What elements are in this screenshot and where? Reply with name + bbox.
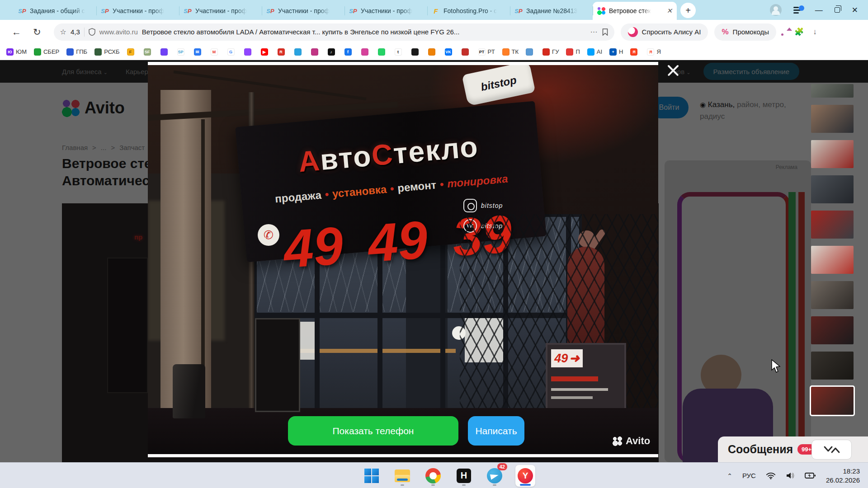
photo-thumbnail[interactable] xyxy=(811,84,854,98)
h-app-button[interactable]: H xyxy=(454,465,474,487)
clock[interactable]: 18:23 26.02.2026 xyxy=(826,467,860,485)
security-shield-icon[interactable] xyxy=(89,28,95,36)
storefront-photo[interactable]: АвтоСтекло продажа•установка•ремонт•тони… xyxy=(148,65,658,454)
bookmark-item[interactable] xyxy=(361,48,371,56)
start-button[interactable] xyxy=(362,465,382,487)
promo-label: Промокоды xyxy=(733,28,769,36)
bookmark-item[interactable] xyxy=(160,48,170,56)
bookmark-item[interactable]: R xyxy=(278,48,287,56)
tab-close-icon[interactable]: ✕ xyxy=(666,7,672,15)
promo-button[interactable]: % Промокоды xyxy=(714,23,776,41)
percent-icon: % xyxy=(722,28,728,37)
yandex-browser-button[interactable]: Y xyxy=(515,465,535,487)
bookmark-item[interactable] xyxy=(428,48,438,56)
reload-button[interactable]: ↻ xyxy=(33,27,41,38)
messages-panel[interactable]: Сообщения 99+ xyxy=(718,436,868,462)
bookmark-item[interactable]: ♪ xyxy=(328,48,337,56)
photo-thumbnail[interactable] xyxy=(811,352,854,380)
restore-button[interactable] xyxy=(835,7,840,13)
photo-thumbnail[interactable] xyxy=(811,140,854,168)
bookmark-item[interactable]: G xyxy=(227,48,237,56)
tab-label: Участники - проф xyxy=(361,7,412,14)
tab-label: Задание №28413 xyxy=(526,7,577,14)
bookmark-item[interactable] xyxy=(244,48,254,56)
browser-tab[interactable]: Задание №28413 xyxy=(510,2,593,20)
browser-tab[interactable]: Участники - проф xyxy=(344,2,427,20)
bookmark-item[interactable]: ✉ xyxy=(194,48,203,56)
bookmark-item[interactable]: f xyxy=(344,48,354,56)
address-bar[interactable]: ☆ 4,3 www.avito.ru Ветровое стекло автом… xyxy=(54,23,614,41)
volume-icon[interactable] xyxy=(786,472,795,479)
browser-tab[interactable]: Участники - проф xyxy=(262,2,344,20)
file-explorer-button[interactable] xyxy=(392,465,412,487)
profile-icon[interactable] xyxy=(770,4,782,16)
site-rating: 4,3 xyxy=(71,28,80,36)
browser-tab[interactable]: Участники - проф xyxy=(179,2,262,20)
photo-thumbnail[interactable] xyxy=(811,105,854,133)
show-phone-button[interactable]: Показать телефон xyxy=(288,416,458,446)
browser-menu-icon[interactable] xyxy=(793,6,803,14)
bookmark-item[interactable]: VK xyxy=(445,48,454,56)
downloads-icon[interactable]: ↓ xyxy=(813,28,817,37)
telegram-button[interactable]: 42 xyxy=(485,465,505,487)
language-indicator[interactable]: РУС xyxy=(742,472,756,479)
photo-thumbnail[interactable] xyxy=(811,211,854,239)
photo-thumbnail[interactable] xyxy=(811,246,854,274)
bookmark-item[interactable]: AI xyxy=(587,48,602,56)
bookmark-label: П xyxy=(576,48,580,55)
photo-thumbnail[interactable] xyxy=(811,387,854,415)
bookmark-favicon-icon: SF xyxy=(144,48,151,56)
star-rating-icon[interactable]: ☆ xyxy=(60,28,66,36)
bookmark-item[interactable]: ГПБ xyxy=(66,48,87,56)
modal-close-icon[interactable] xyxy=(666,64,680,77)
tray-expand-icon[interactable]: ⌃ xyxy=(727,472,732,479)
bookmark-item[interactable] xyxy=(311,48,321,56)
bookmark-item[interactable]: П xyxy=(566,48,580,56)
chrome-button[interactable] xyxy=(423,465,443,487)
bookmark-item[interactable]: F xyxy=(127,48,137,56)
bookmark-item[interactable]: Я Я xyxy=(647,48,660,56)
bookmark-item[interactable] xyxy=(462,48,471,56)
folder-icon xyxy=(395,469,410,482)
browser-tab[interactable]: Участники - проф xyxy=(96,2,179,20)
bookmark-favicon-icon: F xyxy=(127,48,134,56)
bookmark-item[interactable] xyxy=(411,48,421,56)
bookmark-item[interactable]: ▶ xyxy=(261,48,270,56)
extensions-puzzle-icon[interactable]: 🧩 xyxy=(794,27,804,37)
new-tab-button[interactable]: + xyxy=(680,3,696,18)
battery-charging-icon[interactable] xyxy=(805,472,816,479)
photo-thumbnail[interactable] xyxy=(811,281,854,309)
bookmark-item[interactable] xyxy=(378,48,387,56)
minimize-button[interactable]: — xyxy=(815,6,823,14)
bookmark-favicon-icon: РТ xyxy=(478,48,486,56)
bookmark-item[interactable]: ТК xyxy=(502,48,519,56)
browser-toolbar: ← ↻ ☆ 4,3 www.avito.ru Ветровое стекло а… xyxy=(0,20,868,44)
bookmark-item[interactable] xyxy=(526,48,535,56)
alice-button[interactable]: Спросить Алису AI xyxy=(621,23,708,41)
browser-tab[interactable]: Задания - общий с xyxy=(14,2,96,20)
write-message-button[interactable]: Написать xyxy=(468,416,524,446)
bookmark-item[interactable]: Я xyxy=(630,48,640,56)
bookmark-item[interactable]: РТ РТ xyxy=(478,48,495,56)
bookmark-item[interactable]: СБЕР xyxy=(34,48,59,56)
bookmark-item[interactable]: SP xyxy=(177,48,187,56)
more-icon[interactable]: ⋯ xyxy=(590,28,598,36)
bookmark-favicon-icon xyxy=(542,48,550,56)
bookmark-item[interactable]: Ю ЮМ xyxy=(6,48,27,56)
browser-tab[interactable]: Fotohosting.Pro - с xyxy=(427,2,510,20)
bookmark-item[interactable]: t xyxy=(395,48,404,56)
photo-thumbnail[interactable] xyxy=(811,316,854,344)
photo-thumbnail[interactable] xyxy=(811,175,854,203)
bookmark-item[interactable]: M xyxy=(211,48,220,56)
bookmark-item[interactable]: ГУ xyxy=(542,48,559,56)
bookmark-item[interactable]: + Н xyxy=(609,48,623,56)
wifi-icon[interactable] xyxy=(766,472,776,479)
bookmark-item[interactable] xyxy=(294,48,304,56)
bookmark-icon[interactable] xyxy=(602,28,608,36)
bookmark-item[interactable]: РСХБ xyxy=(94,48,119,56)
bookmark-item[interactable]: SF xyxy=(144,48,153,56)
messages-collapse-button[interactable] xyxy=(811,440,852,460)
tab-active[interactable]: Ветровое стек ✕ xyxy=(593,2,677,20)
close-window-button[interactable]: ✕ xyxy=(852,6,858,14)
back-button[interactable]: ← xyxy=(12,27,21,38)
